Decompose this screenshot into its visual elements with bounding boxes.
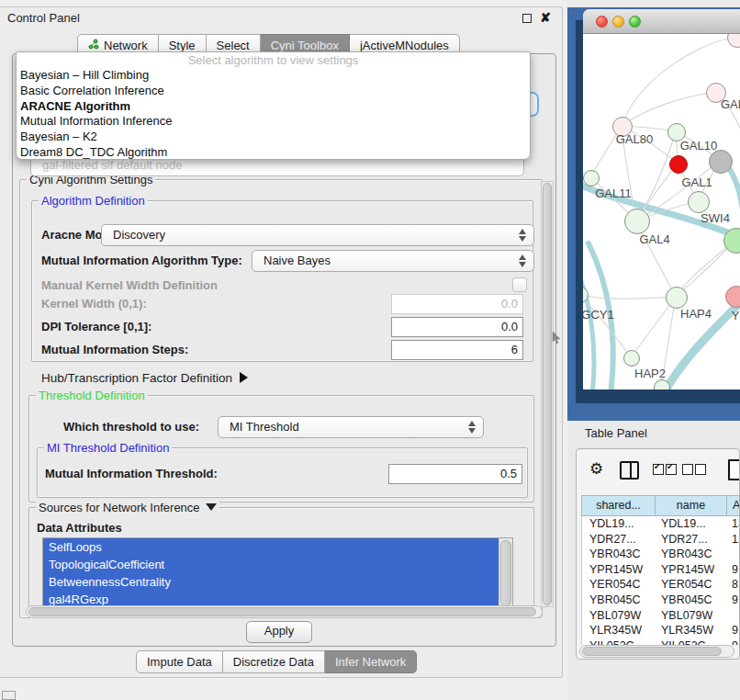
mi-threshold-label: Mutual Information Threshold: xyxy=(45,467,218,480)
column-header[interactable]: name xyxy=(655,495,727,516)
threshold-definition-legend: Threshold Definition xyxy=(36,389,148,402)
network-canvas[interactable]: GAL GAL80 GAL10 GAL1 GAL11 SWI4 GAL4 GCY… xyxy=(583,34,740,390)
deselect-all-checks-icon[interactable] xyxy=(695,464,706,475)
node-label: GAL10 xyxy=(680,139,717,152)
mi-steps-field[interactable]: 6 xyxy=(391,340,523,360)
network-node[interactable] xyxy=(688,191,710,213)
dropdown-item[interactable]: Mutual Information Inference xyxy=(17,114,530,130)
settings-vertical-scrollbar[interactable] xyxy=(541,181,554,607)
table-rows: YDL19...YDL19...13 YDR27...YDR27...12 YB… xyxy=(581,516,740,645)
threshold-definition-group: Threshold Definition Which threshold to … xyxy=(28,395,534,502)
network-node[interactable] xyxy=(654,379,670,390)
node-label: GAL xyxy=(721,97,740,111)
table-row[interactable]: YLR345WYLR345W9. xyxy=(582,623,740,638)
panel-grip[interactable] xyxy=(2,691,16,700)
table-row[interactable]: YDL19...YDL19...13 xyxy=(582,516,740,532)
column-header[interactable]: A xyxy=(726,495,740,516)
window-close-icon[interactable] xyxy=(596,16,608,28)
tab-infer-network[interactable]: Infer Network xyxy=(325,650,417,673)
mi-threshold-legend: MI Threshold Definition xyxy=(44,441,172,455)
collapse-down-icon xyxy=(206,503,217,511)
mi-algorithm-type-combo[interactable]: Naive Bayes xyxy=(252,250,534,272)
attribute-item[interactable]: BetweennessCentrality xyxy=(43,573,499,591)
table-row[interactable]: YIL052CYIL052C9. xyxy=(582,638,740,645)
expand-right-icon xyxy=(240,372,248,383)
select-all-checks-icon[interactable] xyxy=(653,464,664,475)
cyni-bottom-tabs: Impute Data Discretize Data Infer Networ… xyxy=(136,650,417,673)
dropdown-item-selected[interactable]: ARACNE Algorithm xyxy=(17,99,530,115)
hub-definition-toggle[interactable]: Hub/Transcription Factor Definition xyxy=(41,371,248,385)
attribute-item[interactable]: TopologicalCoefficient xyxy=(43,556,499,573)
table-row[interactable]: YBR043CYBR043C xyxy=(582,547,740,562)
column-header[interactable]: shared... xyxy=(581,495,656,516)
node-label: HAP2 xyxy=(634,367,666,380)
mi-steps-label: Mutual Information Steps: xyxy=(41,343,188,356)
dropdown-item[interactable]: Bayesian – Hill Climbing xyxy=(17,68,530,84)
node-label: HAP4 xyxy=(680,307,712,321)
control-panel-title: Control Panel xyxy=(7,11,80,25)
table-row[interactable]: YDR27...YDR27...12 xyxy=(582,532,740,548)
mouse-cursor xyxy=(552,332,561,344)
deselect-all-checks-icon[interactable] xyxy=(682,464,693,475)
network-node[interactable] xyxy=(583,170,600,186)
dropdown-item[interactable]: Dream8 DC_TDC Algorithm xyxy=(17,145,530,161)
node-label: GAL11 xyxy=(595,186,632,200)
table-horizontal-scrollbar[interactable] xyxy=(579,645,734,658)
node-label: SWI4 xyxy=(701,211,730,225)
combo-updown-icon xyxy=(519,229,527,242)
mi-threshold-definition-group: MI Threshold Definition Mutual Informati… xyxy=(37,447,528,498)
attributes-vertical-scrollbar[interactable] xyxy=(499,538,512,610)
kernel-width-label: Kernel Width (0,1): xyxy=(41,297,147,310)
node-label: GCY1 xyxy=(583,308,614,322)
table-panel: ⚙ shared... name A YDL19...YDL19...13 YD… xyxy=(576,448,740,660)
node-label: GAL4 xyxy=(639,232,669,246)
dropdown-item[interactable]: Basic Correlation Inference xyxy=(17,84,530,99)
columns-icon[interactable] xyxy=(620,461,639,480)
network-node[interactable] xyxy=(623,350,640,367)
node-label: Y xyxy=(732,309,740,322)
window-minimize-icon[interactable] xyxy=(612,16,624,28)
float-panel-icon[interactable] xyxy=(522,14,532,23)
dpi-tolerance-label: DPI Tolerance [0,1]: xyxy=(41,320,151,333)
table-panel-title: Table Panel xyxy=(585,426,647,440)
network-node-selected-red[interactable] xyxy=(669,155,688,174)
tab-impute-data[interactable]: Impute Data xyxy=(136,650,223,673)
table-row[interactable]: YER054CYER054C8. xyxy=(582,577,740,593)
data-attributes-list: SelfLoops TopologicalCoefficient Between… xyxy=(42,537,513,611)
tab-discretize-data[interactable]: Discretize Data xyxy=(223,650,325,673)
network-node[interactable] xyxy=(709,150,733,174)
settings-horizontal-scrollbar[interactable] xyxy=(26,605,543,618)
close-icon[interactable]: ✘ xyxy=(540,10,551,25)
mi-threshold-field[interactable]: 0.5 xyxy=(388,464,522,484)
cyni-algorithm-settings-group: Cyni Algorithm Settings Algorithm Defini… xyxy=(19,179,543,618)
new-file-icon[interactable] xyxy=(728,459,740,480)
node-label: GAL1 xyxy=(681,175,712,189)
table-row[interactable]: YPR145WYPR145W9. xyxy=(582,562,740,578)
dpi-tolerance-field[interactable]: 0.0 xyxy=(391,317,523,337)
apply-button[interactable]: Apply xyxy=(246,621,312,643)
manual-kernel-width-checkbox[interactable] xyxy=(512,277,527,292)
dropdown-prompt: Select algorithm to view settings xyxy=(17,53,530,68)
control-panel: Control Panel ✘ Network Style Select Cyn… xyxy=(0,6,563,678)
which-threshold-combo[interactable]: MI Threshold xyxy=(218,416,484,438)
node-label: GAL80 xyxy=(616,132,653,146)
table-row[interactable]: YBR045CYBR045C9. xyxy=(582,593,740,608)
combo-updown-icon xyxy=(519,254,527,267)
window-zoom-icon[interactable] xyxy=(629,16,641,28)
attribute-item[interactable]: SelfLoops xyxy=(43,538,499,556)
select-all-checks-icon[interactable] xyxy=(666,464,677,475)
network-window-titlebar[interactable] xyxy=(583,9,740,34)
dropdown-item[interactable]: Bayesian – K2 xyxy=(17,130,530,145)
network-node[interactable] xyxy=(666,287,688,309)
algorithm-definition-legend: Algorithm Definition xyxy=(39,194,148,208)
mi-algorithm-type-label: Mutual Information Algorithm Type: xyxy=(41,254,242,267)
sources-legend[interactable]: Sources for Network Inference xyxy=(36,501,219,514)
network-node[interactable] xyxy=(624,209,650,234)
combo-updown-icon xyxy=(468,421,477,434)
table-row[interactable]: YBL079WYBL079W xyxy=(582,608,740,624)
aracne-mode-combo[interactable]: Discovery xyxy=(101,224,534,246)
algorithm-dropdown-list: Select algorithm to view settings Bayesi… xyxy=(16,51,531,160)
gear-icon[interactable]: ⚙ xyxy=(589,461,603,477)
kernel-width-field[interactable]: 0.0 xyxy=(391,294,523,314)
manual-kernel-width-label: Manual Kernel Width Definition xyxy=(41,278,218,292)
